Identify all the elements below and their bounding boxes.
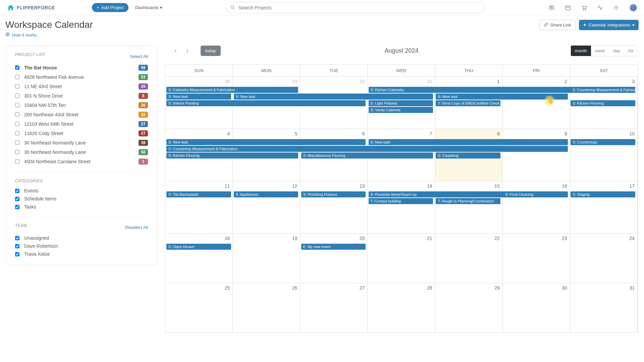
calendar-day-cell[interactable]: 10 [570, 129, 638, 181]
calendar-day-cell[interactable]: 22 [435, 234, 503, 283]
view-week-button[interactable]: week [591, 46, 609, 56]
calendar-day-cell[interactable]: 15 [435, 181, 503, 234]
project-item[interactable]: 11620 Cody Street 27 [15, 129, 148, 138]
project-item[interactable]: 4928 Northwest Fisk Avenue 53 [15, 72, 148, 82]
calendar-day-cell[interactable]: 26 [233, 283, 300, 333]
calendar-day-cell[interactable]: 24 [570, 234, 638, 283]
add-project-button[interactable]: + Add Project [92, 3, 128, 12]
calendar-day-cell[interactable]: 9 [503, 129, 570, 181]
project-checkbox[interactable] [15, 112, 19, 117]
calendar-day-cell[interactable]: 27 [300, 283, 368, 333]
project-item[interactable]: 30 Northeast Normandy Lane 56 [15, 147, 148, 157]
project-checkbox[interactable] [15, 140, 19, 145]
select-all-link[interactable]: Select All [130, 54, 148, 59]
avatar[interactable] [629, 4, 637, 12]
category-item[interactable]: Events [15, 187, 148, 195]
project-checkbox[interactable] [15, 122, 19, 126]
calendar-event[interactable]: S: Interior Painting [166, 100, 366, 106]
calendar-event[interactable]: S: Final Cleaning [503, 191, 568, 197]
view-list-button[interactable]: list [624, 46, 638, 56]
category-checkbox[interactable] [15, 205, 19, 209]
project-checkbox[interactable] [15, 75, 19, 79]
calendar-event[interactable]: S: Plumbing Fixtures [301, 191, 366, 197]
calendar-day-cell[interactable]: 17 [570, 181, 638, 234]
calendar-integrations-button[interactable]: ✦ Calendar Integrations ▾ [579, 20, 639, 30]
calendar-event[interactable]: S: Tile Backsplash [166, 191, 231, 197]
project-checkbox[interactable] [15, 84, 19, 88]
project-item[interactable]: 12103 West 64th Street 27 [15, 119, 148, 129]
activity-icon[interactable] [597, 5, 603, 11]
calendar-day-cell[interactable]: 31 [570, 283, 638, 333]
calendar-event[interactable]: S: New task [166, 139, 366, 145]
calendar-event[interactable]: S: Carpeting [436, 153, 500, 159]
calendar-day-cell[interactable]: 14 [368, 181, 435, 234]
calendar-day-cell[interactable]: 23 [503, 234, 570, 283]
calendar-event[interactable]: S: Countertops [571, 139, 635, 145]
calendar-event[interactable]: T: Send Copy of EMD/Certified Check [436, 100, 500, 106]
project-item[interactable]: 11 NE 43rd Street 26 [15, 82, 148, 91]
calendar-event[interactable]: S: New task [436, 94, 568, 100]
calendar-day-cell[interactable]: 18 [165, 234, 233, 283]
team-item[interactable]: Dave Robertson [15, 242, 148, 250]
calendar-day-cell[interactable]: 30 [503, 283, 570, 333]
project-checkbox[interactable] [15, 150, 19, 154]
calendar-day-cell[interactable]: 25 [165, 283, 233, 333]
category-checkbox[interactable] [15, 197, 19, 201]
project-checkbox[interactable] [15, 65, 19, 70]
today-button[interactable]: today [201, 46, 221, 56]
team-checkbox[interactable] [15, 252, 19, 256]
calendar-event[interactable]: S: Open House! [166, 244, 231, 250]
team-checkbox[interactable] [15, 244, 19, 248]
calendar-event[interactable]: S: Light Fixtures [369, 100, 433, 106]
prev-month-button[interactable] [172, 47, 180, 55]
calendar-event[interactable]: S: Appliances [234, 191, 299, 197]
calendar-day-cell[interactable]: 21 [368, 234, 435, 283]
project-item[interactable]: The Bat House 56 [15, 63, 148, 72]
calendar-event[interactable]: E: My new event [301, 244, 366, 250]
deselect-all-link[interactable]: Deselect All [125, 225, 148, 230]
project-checkbox[interactable] [15, 159, 19, 164]
how-it-works-link[interactable]: How it works [5, 32, 37, 38]
calendar-day-cell[interactable]: 12 [233, 181, 300, 234]
team-item[interactable]: Travis Kelce [15, 250, 148, 258]
project-checkbox[interactable] [15, 94, 19, 98]
logo[interactable]: FLIPPERFORCE [7, 4, 55, 12]
team-item[interactable]: Unassigned [15, 234, 148, 242]
calendar-event[interactable]: S: Cabinetry Measurement & Fabrication [166, 87, 298, 93]
calendar-event[interactable]: S: New task [166, 94, 231, 100]
calendar-event[interactable]: S: Staging [571, 191, 635, 197]
cart-icon[interactable] [581, 5, 587, 11]
calendar-event[interactable]: S: Countertop Measurement & Fabrication [166, 146, 568, 152]
users-icon[interactable] [548, 4, 555, 11]
project-item[interactable]: 4504 Northeast Carolane Street 1 [15, 157, 148, 166]
calendar-day-cell[interactable]: 16 [503, 181, 570, 234]
calendar-event[interactable]: T: Contact building [369, 198, 433, 204]
calendar-day-cell[interactable]: 28 [368, 283, 435, 333]
calendar-event[interactable]: S: Vanity Cabinets [369, 107, 433, 113]
view-month-button[interactable]: month [571, 46, 591, 56]
calendar-event[interactable]: T: Rough-in Planning/Coordination [436, 198, 500, 204]
project-checkbox[interactable] [15, 103, 19, 107]
calendar-event[interactable]: S: Countertop Measurement & Fabrication [571, 87, 635, 93]
category-item[interactable]: Schedule Items [15, 195, 148, 203]
project-item[interactable]: 301 N Shore Drive 8 [15, 91, 148, 101]
calendar-event[interactable]: S: New task [234, 94, 433, 100]
project-checkbox[interactable] [15, 131, 19, 135]
calendar-day-cell[interactable]: 19 [233, 234, 300, 283]
calendar-event[interactable]: S: New task [369, 139, 568, 145]
calendar-day-cell[interactable]: 11 [165, 181, 233, 234]
calendar-day-cell[interactable]: 29 [435, 283, 503, 333]
calendar-event[interactable]: S: Miscellaneous Flooring [301, 153, 433, 159]
calendar-icon[interactable] [565, 5, 571, 11]
project-item[interactable]: 200 Northeast 43rd Street 32 [15, 110, 148, 119]
calendar-event[interactable]: S: Kitchen Flooring [166, 153, 298, 159]
category-checkbox[interactable] [15, 189, 19, 193]
team-checkbox[interactable] [15, 236, 19, 240]
project-item[interactable]: 30 Northeast Normandy Lane 39 [15, 138, 148, 147]
calendar-day-cell[interactable]: 2 [503, 77, 570, 129]
gear-icon[interactable] [613, 5, 619, 11]
category-item[interactable]: Tasks [15, 203, 148, 211]
next-month-button[interactable] [183, 47, 191, 55]
calendar-day-cell[interactable]: 20 [300, 234, 368, 283]
share-link-button[interactable]: Share Link [539, 20, 576, 30]
